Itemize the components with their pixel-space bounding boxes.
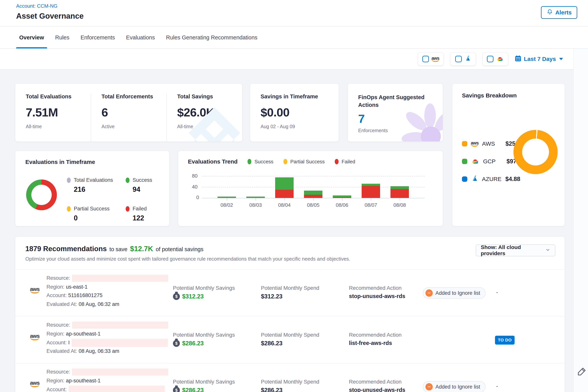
y-tick-80: 80: [189, 173, 198, 179]
gcp-checkbox[interactable]: [487, 56, 494, 62]
trend-bar: [362, 184, 380, 198]
total-savings-stat: Total Savings $26.0K All-time: [166, 94, 242, 142]
evaluated-value: 08 Aug, 06:33 am: [78, 348, 119, 354]
trailing-dash: -: [496, 383, 498, 389]
alerts-button[interactable]: Alerts: [541, 6, 577, 19]
gcp-color-swatch: [462, 159, 467, 164]
trend-plot: 80 40 0 08/0208/0308/0408/0508/0608/0708…: [202, 176, 425, 198]
dropdown-label: Show: All cloud providers: [481, 244, 545, 256]
action-column-label: Recommended Action: [349, 285, 402, 291]
right-gutter: [574, 49, 588, 392]
aws-icon: aws: [30, 380, 40, 387]
trend-bar: [218, 196, 236, 198]
azure-checkbox[interactable]: [455, 56, 462, 62]
gcp-icon: [496, 56, 504, 62]
tab-rules-generating-recommendations[interactable]: Rules Generating Recommendations: [163, 26, 260, 48]
dashboard-cards: Total Evaluations 7.51M All-time Total E…: [0, 84, 588, 226]
x-tick-label: 08/03: [241, 202, 270, 208]
card-title: Evaluations in Timeframe: [25, 159, 169, 165]
account-label: Account:: [46, 292, 67, 298]
calendar-icon: [515, 55, 521, 63]
savings-column-label: Potential Monthly Savings: [173, 379, 235, 385]
recommendations-list: aws Resource: Region:us-east-1 Account:5…: [15, 269, 564, 392]
evaluations-legend: Total Evaluations 216 Success 94 Partial…: [67, 177, 169, 222]
legend-value: 216: [74, 186, 126, 194]
trend-bar: [304, 190, 322, 198]
legend-label: Total Evaluations: [74, 177, 113, 183]
trend-bar: [333, 196, 351, 198]
ignore-list-chip[interactable]: Added to Ignore list: [423, 381, 486, 392]
cloud-provider-filter-dropdown[interactable]: Show: All cloud providers: [476, 244, 555, 256]
tab-rules[interactable]: Rules: [52, 26, 72, 48]
azure-icon: [464, 55, 471, 63]
minus-circle-icon: [426, 290, 433, 297]
save-suffix: of potential savings: [156, 246, 203, 252]
savings-value: $286.23: [182, 340, 204, 347]
finops-agent-card: FinOps Agent Suggested Actions 7 Enforce…: [348, 84, 443, 142]
main-content: aws: [0, 49, 588, 392]
tab-evaluations[interactable]: Evaluations: [123, 26, 158, 48]
partial-dot-icon: [284, 159, 287, 164]
tab-overview[interactable]: Overview: [16, 26, 47, 48]
bell-icon: [546, 9, 553, 16]
stat-label: Savings in Timeframe: [260, 94, 338, 100]
legend-item-failed: Failed 122: [126, 206, 169, 222]
spend-column-label: Potential Monthly Spend: [261, 332, 319, 338]
tab-bar: Overview Rules Enforcements Evaluations …: [0, 26, 588, 49]
recommendations-subtitle: Optimize your cloud assets and minimize …: [15, 256, 564, 262]
diamond-watermark: [186, 104, 242, 142]
chevron-down-icon: [559, 58, 563, 60]
y-tick-0: 0: [190, 194, 199, 200]
trend-bar: [275, 177, 294, 198]
x-tick-label: 08/08: [385, 202, 414, 208]
savings-value: $312.23: [182, 293, 204, 300]
recommendation-row[interactable]: aws Resource: Region:ap-southeast-1 Acco…: [15, 363, 564, 392]
tab-enforcements[interactable]: Enforcements: [78, 26, 118, 48]
aws-checkbox[interactable]: [422, 56, 429, 62]
trend-legend-partial: Partial Success: [284, 159, 325, 165]
redacted-resource: [72, 322, 168, 328]
aws-icon: aws: [432, 56, 439, 62]
resource-label: Resource:: [46, 369, 70, 375]
savings-column-label: Potential Monthly Savings: [173, 332, 235, 338]
action-column-label: Recommended Action: [349, 332, 402, 338]
status-label: Added to Ignore list: [436, 290, 480, 296]
flower-watermark: [392, 101, 443, 142]
x-tick-label: 08/02: [212, 202, 241, 208]
region-value: us-east-1: [66, 284, 88, 290]
gcp-icon: [471, 158, 480, 165]
account-label: Account:: [46, 340, 67, 346]
legend-label: AZURE: [482, 176, 502, 182]
edit-widget-icon[interactable]: [577, 366, 587, 377]
action-value: stop-unused-aws-rds: [349, 293, 405, 300]
legend-label: Success: [254, 159, 273, 165]
success-dot-icon: [126, 178, 130, 183]
savings-column-label: Potential Monthly Savings: [173, 285, 235, 291]
aws-icon: aws: [30, 286, 40, 294]
alerts-label: Alerts: [555, 9, 572, 16]
azure-icon: [471, 175, 478, 183]
page-header: Account: CCM-NG Asset Governance Alerts: [0, 0, 588, 26]
region-label: Region:: [46, 284, 64, 290]
account-breadcrumb[interactable]: Account: CCM-NG: [16, 3, 58, 9]
legend-label: Partial Success: [290, 159, 325, 165]
legend-label: AWS: [482, 140, 502, 147]
recommendation-row[interactable]: aws Resource: Region:us-east-1 Account:5…: [15, 269, 564, 316]
date-range-selector[interactable]: Last 7 Days: [515, 55, 563, 63]
chevron-down-icon: [545, 247, 550, 254]
trend-legend-success: Success: [248, 159, 273, 165]
save-amount: $12.7K: [130, 245, 153, 253]
stat-value: $0.00: [260, 106, 338, 119]
stat-sub: Aug 02 - Aug 09: [260, 124, 338, 129]
recommendation-row[interactable]: aws Resource: Region:ap-southeast-1 Acco…: [15, 316, 564, 363]
legend-label: Success: [132, 177, 152, 183]
azure-color-swatch: [462, 176, 467, 182]
redacted-account: [72, 339, 168, 347]
stat-label: Total Savings: [177, 94, 242, 100]
savings-in-timeframe-card: Savings in Timeframe $0.00 Aug 02 - Aug …: [250, 84, 338, 142]
ignore-list-chip[interactable]: Added to Ignore list: [423, 287, 486, 299]
y-tick-40: 40: [189, 184, 198, 190]
resource-label: Resource:: [46, 275, 70, 281]
spend-value: $312.23: [261, 293, 282, 300]
stat-sub: All-time: [26, 124, 91, 129]
